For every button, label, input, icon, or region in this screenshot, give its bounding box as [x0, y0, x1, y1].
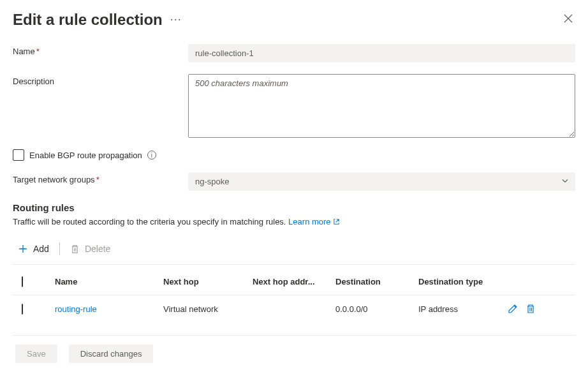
trash-icon [70, 244, 80, 254]
col-next-hop: Next hop [159, 274, 249, 289]
col-destination: Destination [332, 274, 415, 289]
row-next-hop-addr [249, 306, 332, 311]
description-label: Description [13, 74, 182, 86]
footer-bar: Save Discard changes [13, 335, 575, 363]
save-button[interactable]: Save [15, 345, 57, 363]
col-name: Name [51, 274, 159, 289]
required-asterisk: * [36, 47, 40, 56]
rules-toolbar: Add Delete [13, 237, 575, 265]
row-checkbox-cell [13, 302, 51, 316]
rules-table: Name Next hop Next hop addr... Destinati… [13, 269, 575, 322]
delete-rule-row-button[interactable] [526, 304, 536, 314]
bgp-row: Enable BGP route propagation i [13, 149, 575, 161]
row-dest-type: IP address [415, 302, 504, 316]
col-dest-type: Destination type [415, 274, 504, 289]
form-grid: Name* Description [13, 44, 575, 138]
select-all-checkbox[interactable] [22, 276, 23, 287]
row-actions [504, 301, 561, 316]
name-input[interactable] [188, 44, 575, 63]
row-destination: 0.0.0.0/0 [332, 302, 415, 316]
bgp-label: Enable BGP route propagation [29, 151, 142, 160]
plus-icon [18, 244, 28, 254]
panel-header: Edit a rule collection ··· [13, 10, 575, 29]
discard-button[interactable]: Discard changes [69, 345, 154, 363]
edit-rule-button[interactable] [508, 304, 518, 314]
add-rule-button[interactable]: Add [18, 244, 49, 254]
col-actions [504, 279, 561, 285]
header-checkbox-cell [13, 274, 51, 289]
name-label: Name* [13, 44, 182, 56]
row-next-hop: Virtual network [159, 302, 249, 316]
rule-name-link[interactable]: routing-rule [55, 304, 97, 314]
routing-rules-desc: Traffic will be routed according to the … [13, 217, 575, 227]
required-asterisk: * [96, 175, 99, 184]
row-name-cell: routing-rule [51, 302, 159, 316]
toolbar-separator [59, 242, 60, 255]
delete-rule-button[interactable]: Delete [70, 244, 110, 254]
table-header: Name Next hop Next hop addr... Destinati… [13, 269, 575, 295]
close-button[interactable] [561, 10, 575, 29]
target-grid: Target network groups* [13, 172, 575, 191]
row-checkbox[interactable] [22, 304, 23, 315]
table-row: routing-rule Virtual network 0.0.0.0/0 I… [13, 295, 575, 322]
description-textarea[interactable] [188, 74, 575, 138]
routing-rules-title: Routing rules [13, 202, 575, 213]
external-link-icon [333, 218, 340, 227]
target-select[interactable] [188, 172, 575, 191]
panel-title: Edit a rule collection [13, 11, 163, 29]
close-icon [564, 14, 573, 23]
info-icon[interactable]: i [147, 151, 156, 160]
bgp-checkbox[interactable] [13, 149, 24, 161]
target-label: Target network groups* [13, 172, 182, 184]
col-next-hop-addr: Next hop addr... [249, 274, 332, 289]
edit-rule-collection-panel: Edit a rule collection ··· Name* Descrip… [0, 0, 588, 376]
target-select-wrap [188, 172, 575, 191]
more-actions-icon[interactable]: ··· [170, 13, 182, 26]
learn-more-link[interactable]: Learn more [288, 217, 340, 226]
